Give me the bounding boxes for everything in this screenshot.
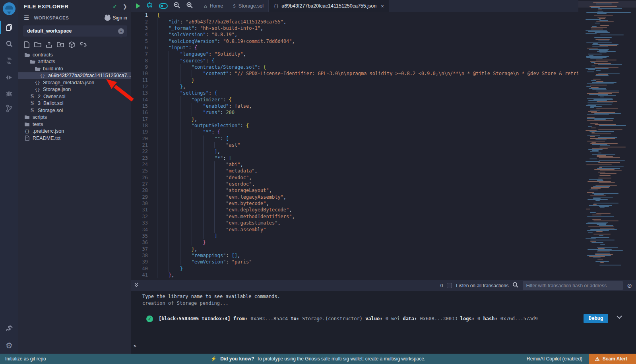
code-line[interactable]: 29"evm.legacyAssembly", [131, 194, 636, 200]
zoom-in-icon[interactable] [186, 2, 193, 10]
tab-storage-sol[interactable]: SStorage.sol [228, 0, 268, 12]
code-line[interactable]: 12}, [131, 83, 636, 90]
collapse-panel-chevron-icon[interactable]: ❯ [123, 4, 127, 10]
tree-item-storage-sol[interactable]: SStorage.sol [18, 107, 131, 114]
code-line[interactable]: 37}, [131, 246, 636, 252]
tree-item-readme-txt[interactable]: README.txt [18, 135, 131, 142]
code-line[interactable]: 17}, [131, 116, 636, 122]
tree-item-scripts[interactable]: scripts [18, 114, 131, 121]
code-line[interactable]: 16"runs": 200 [131, 109, 636, 116]
code-line[interactable]: 40} [131, 265, 636, 271]
remix-logo-icon[interactable] [3, 2, 16, 15]
code-line[interactable]: 19"*": { [131, 129, 636, 135]
code-line[interactable]: 27"userdoc", [131, 181, 636, 187]
copilot-toggle[interactable] [159, 3, 168, 9]
file-explorer-icon[interactable] [0, 21, 18, 34]
new-folder-icon[interactable] [34, 41, 41, 48]
code-line[interactable]: 24"abi", [131, 161, 636, 168]
code-line[interactable]: 6"input": { [131, 45, 636, 51]
code-line[interactable]: 26"devdoc", [131, 174, 636, 181]
tree-item-build-info[interactable]: build-info [18, 65, 131, 72]
code-line[interactable]: 8"sources": { [131, 57, 636, 64]
code-line[interactable]: 15"enabled": false, [131, 103, 636, 109]
ai-copilot-robot-icon[interactable] [146, 2, 153, 10]
code-line[interactable]: 18"outputSelection": { [131, 122, 636, 129]
code-line[interactable]: 32"evm.methodIdentifiers", [131, 213, 636, 220]
tab-home[interactable]: ⌂Home [199, 0, 228, 12]
code-line[interactable]: 11} [131, 77, 636, 83]
tree-item-storage-json[interactable]: {}Storage.json [18, 86, 131, 93]
clear-console-icon[interactable]: ⊘ [627, 282, 632, 289]
workspace-menu-hamburger-icon[interactable]: ☰ [24, 14, 29, 21]
tx-expand-chevron-icon[interactable] [616, 315, 622, 320]
terminal-output[interactable]: Type the library name to see available c… [131, 291, 636, 354]
debug-button[interactable]: Debug [584, 314, 608, 323]
plugin-manager-plug-icon[interactable] [0, 321, 18, 335]
tree-item-2-owner-sol[interactable]: S2_Owner.sol [18, 93, 131, 100]
code-line[interactable]: 39"evmVersion": "paris" [131, 259, 636, 265]
close-tab-icon[interactable]: × [381, 3, 384, 9]
minimap-line [588, 103, 613, 103]
code-line[interactable]: 3"_format": "hh-sol-build-info-1", [131, 25, 636, 31]
github-sign-in-button[interactable]: Sign in [105, 15, 127, 21]
code-line[interactable]: 35] [131, 233, 636, 239]
workspace-select[interactable]: default_workspace ▲▼ [23, 25, 127, 37]
tree-item-3-ballot-sol[interactable]: S3_Ballot.sol [18, 100, 131, 107]
code-line[interactable]: 25"metadata", [131, 168, 636, 174]
deploy-run-icon[interactable] [0, 71, 18, 84]
upload-folder-icon[interactable] [57, 41, 64, 48]
code-line[interactable]: 10"content": "// SPDX-License-Identifier… [131, 70, 636, 77]
code-line[interactable]: 20"": [ [131, 136, 636, 142]
code-line[interactable]: 14"optimizer": { [131, 96, 636, 103]
terminal-collapse-icon[interactable] [134, 282, 139, 289]
git-branch-icon[interactable] [0, 102, 18, 115]
code-editor[interactable]: us 1{2"id": "a69b43f277ba20fcac141151250… [131, 12, 636, 280]
run-script-play-icon[interactable] [136, 3, 140, 9]
link-icon[interactable] [80, 41, 87, 48]
code-line[interactable]: 30"evm.bytecode", [131, 200, 636, 207]
settings-gear-icon[interactable]: ⚙ [0, 339, 18, 352]
tree-item-artifacts[interactable]: artifacts [18, 58, 131, 66]
code-line[interactable]: 28"storageLayout", [131, 187, 636, 194]
code-line[interactable]: 33"evm.gasEstimates", [131, 220, 636, 226]
terminal-prompt[interactable]: > [134, 343, 136, 349]
debugger-bug-icon[interactable] [0, 87, 18, 100]
tab-a69b43f277ba20fcac141151250ca755-json[interactable]: {}a69b43f277ba20fcac141151250ca755.json× [268, 0, 389, 12]
tree-item-tests[interactable]: tests [18, 121, 131, 128]
code-line[interactable]: 22], [131, 148, 636, 155]
zoom-out-icon[interactable] [173, 2, 180, 10]
tree-item-contracts[interactable]: contracts [18, 51, 131, 58]
code-line[interactable]: 41}, [131, 272, 636, 278]
code-line[interactable]: 21"ast" [131, 142, 636, 148]
code-line[interactable]: 7"language": "Solidity", [131, 51, 636, 57]
code-line[interactable]: 9"contracts/Storage.sol": { [131, 64, 636, 70]
minimap-line [595, 185, 617, 186]
editor-minimap[interactable] [578, 0, 636, 268]
minimap-line [590, 151, 599, 152]
code-line[interactable]: 13"settings": { [131, 90, 636, 96]
code-line[interactable]: 1{ [131, 12, 636, 18]
upload-file-icon[interactable] [46, 41, 52, 48]
transaction-filter-input[interactable] [523, 281, 623, 290]
code-line[interactable]: 5"solcLongVersion": "0.8.19+commit.7dd6d… [131, 38, 636, 44]
tree-item--prettierrc-json[interactable]: {}.prettierrc.json [18, 128, 131, 135]
solidity-file-icon: S [29, 101, 35, 106]
code-line[interactable]: 4"solcVersion": "0.8.19", [131, 31, 636, 38]
minimap-line [593, 186, 610, 187]
tree-item-a69b43f277ba20fcac141151250ca7-[interactable]: {}a69b43f277ba20fcac141151250ca7... [18, 72, 131, 79]
code-line[interactable]: 23"*": [ [131, 155, 636, 161]
code-line[interactable]: 38"remappings": [], [131, 252, 636, 259]
transaction-log-row[interactable]: ✓ [block:5583405 txIndex:4] from: 0xa03.… [131, 313, 636, 324]
new-file-icon[interactable] [24, 41, 30, 48]
tree-item-storage-metadata-json[interactable]: {}Storage_metadata.json [18, 79, 131, 86]
tab-label: Storage.sol [238, 3, 264, 9]
solidity-compiler-icon[interactable] [0, 54, 18, 68]
ipfs-cube-icon[interactable] [68, 41, 75, 48]
listen-all-checkbox[interactable] [447, 283, 452, 288]
code-line[interactable]: 34"evm.assembly" [131, 226, 636, 232]
code-line[interactable]: 36} [131, 239, 636, 246]
code-line[interactable]: 2"id": "a69b43f277ba20fcac141151250ca755… [131, 18, 636, 25]
search-icon[interactable] [0, 37, 18, 50]
line-content: "evmVersion": "paris" [148, 259, 252, 265]
code-line[interactable]: 31"evm.deployedBytecode", [131, 207, 636, 213]
